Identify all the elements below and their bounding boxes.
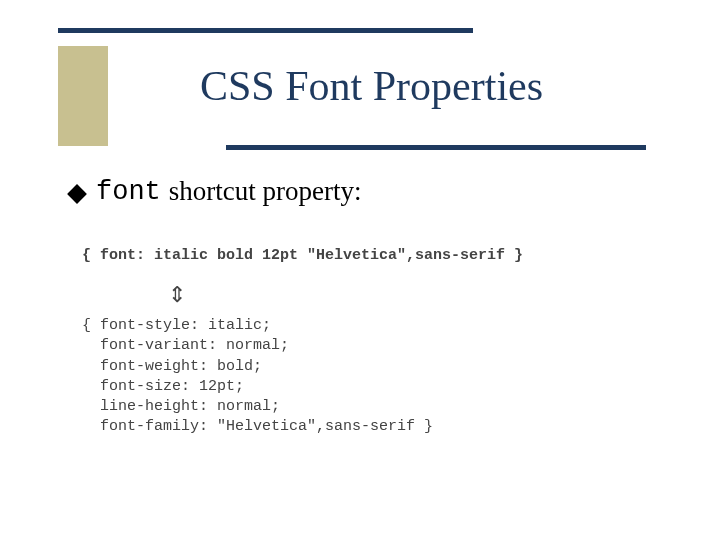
bullet-code-word: font: [96, 177, 161, 207]
top-divider: [58, 28, 473, 33]
bullet-item: font shortcut property:: [70, 176, 362, 207]
code-example-longhand: { font-style: italic; font-variant: norm…: [82, 316, 433, 438]
mid-divider: [226, 145, 646, 150]
code-example-shorthand: { font: italic bold 12pt "Helvetica",san…: [82, 246, 523, 266]
diamond-bullet-icon: [67, 184, 87, 204]
slide-title: CSS Font Properties: [200, 62, 543, 110]
up-down-arrow-icon: ⇕: [168, 282, 186, 308]
bullet-text: shortcut property:: [169, 176, 362, 207]
beige-accent-block: [58, 46, 108, 146]
